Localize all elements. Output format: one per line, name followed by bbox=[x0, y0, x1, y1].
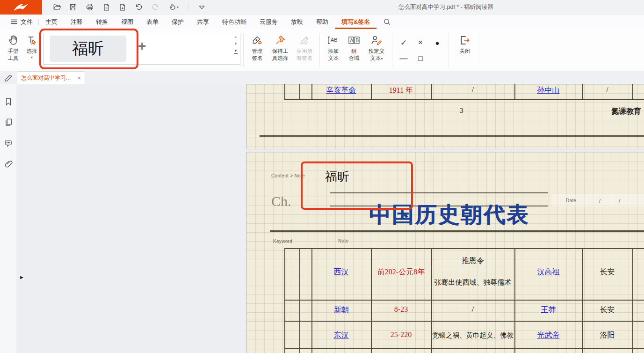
open-file-icon[interactable] bbox=[52, 3, 61, 12]
foxit-logo[interactable] bbox=[0, 0, 42, 15]
combine-field-button[interactable]: AB 组 合域 bbox=[344, 32, 364, 61]
ribbon-fill-sign: 手型 工具 选择 ▾ 福昕 + ▲ ▼ ▼ 管理 签名 保持工 具选择 应用所 … bbox=[0, 29, 644, 71]
dynasty-note: / bbox=[431, 305, 514, 314]
date-slash: / bbox=[599, 198, 601, 204]
sidebar-expand-handle[interactable]: ► bbox=[19, 275, 24, 280]
manage-signatures-button[interactable]: 管理 签名 bbox=[246, 32, 268, 61]
keep-tool-label-2: 具选择 bbox=[272, 55, 289, 62]
document-tab-close-icon[interactable]: × bbox=[78, 75, 81, 81]
table-border bbox=[632, 84, 633, 99]
keep-tool-selected-button[interactable]: 保持工 具选择 bbox=[268, 32, 292, 61]
line-stamp[interactable]: — bbox=[395, 51, 412, 66]
select-tool-button[interactable]: 选择 ▾ bbox=[22, 32, 41, 59]
add-text-button[interactable]: AB 添加 文本 bbox=[323, 32, 344, 61]
page1-year: 1911 年 bbox=[371, 86, 431, 96]
hand-tool-label-2: 工具 bbox=[8, 55, 19, 62]
placed-signature[interactable]: 福昕 bbox=[325, 169, 349, 185]
combine-field-label-2: 合域 bbox=[349, 55, 360, 62]
apply-signatures-label-1: 应用所 bbox=[297, 48, 313, 55]
page1-slash: / bbox=[431, 86, 514, 94]
predefined-text-label-1: 预定义 bbox=[369, 48, 385, 55]
search-icon bbox=[383, 18, 391, 26]
tab-home[interactable]: 主页 bbox=[39, 15, 64, 29]
ribbon-separator bbox=[319, 33, 320, 67]
gallery-scroll-up-icon[interactable]: ▲ bbox=[234, 35, 238, 39]
pages-panel-icon[interactable] bbox=[4, 118, 13, 126]
tab-help[interactable]: 帮助 bbox=[310, 15, 335, 29]
add-signature-button[interactable]: + bbox=[138, 39, 146, 53]
ribbon-separator bbox=[243, 33, 244, 67]
bookmarks-panel-icon[interactable] bbox=[4, 97, 13, 106]
hand-tool-button[interactable]: 手型 工具 bbox=[4, 32, 22, 61]
page-add-icon[interactable] bbox=[118, 3, 127, 12]
gallery-expand-icon[interactable]: ▼ bbox=[234, 49, 238, 54]
navigation-sidebar bbox=[0, 84, 16, 353]
tab-fill-sign[interactable]: 填写&签名 bbox=[335, 15, 376, 29]
tab-convert[interactable]: 转换 bbox=[89, 15, 115, 29]
apply-all-signatures-button[interactable]: 应用所 有签名 bbox=[292, 32, 317, 61]
predefined-text-icon bbox=[370, 34, 383, 46]
predefined-text-button[interactable]: 预定义 文本▾ bbox=[364, 32, 389, 61]
tab-cloud[interactable]: 云服务 bbox=[253, 15, 284, 29]
add-text-label-2: 文本 bbox=[328, 55, 339, 62]
checkmark-stamp[interactable]: ✓ bbox=[395, 35, 412, 51]
customize-toolbar-icon[interactable] bbox=[197, 3, 206, 12]
table-border bbox=[284, 99, 644, 100]
table-border bbox=[632, 248, 633, 353]
predefined-text-label-text: 文本 bbox=[370, 55, 381, 61]
page1-page-number: 3 bbox=[448, 107, 476, 115]
tab-view[interactable]: 视图 bbox=[115, 15, 140, 29]
touch-mode-icon[interactable]: ▾ bbox=[167, 3, 180, 12]
cross-stamp[interactable]: × bbox=[412, 35, 429, 51]
section-rule bbox=[270, 230, 644, 232]
apply-signatures-label-2: 有签名 bbox=[297, 55, 313, 62]
document-tab[interactable]: 怎么面对高中学习... × bbox=[17, 71, 85, 84]
page1-person-link[interactable]: 孙中山 bbox=[514, 86, 582, 96]
page1-event-link[interactable]: 辛亥革命 bbox=[311, 86, 371, 96]
dynasty-link[interactable]: 西汉 bbox=[311, 267, 371, 277]
close-fill-sign-button[interactable]: 关闭 bbox=[452, 32, 478, 55]
svg-text:AB: AB bbox=[331, 37, 338, 43]
ribbon-separator bbox=[392, 33, 392, 67]
search-button[interactable] bbox=[383, 15, 391, 29]
date-slash: / bbox=[619, 198, 620, 204]
date-label: Date bbox=[566, 198, 576, 203]
print-icon[interactable] bbox=[85, 3, 94, 12]
attachments-panel-icon[interactable] bbox=[4, 159, 13, 168]
square-stamp[interactable]: □ bbox=[412, 51, 429, 66]
tab-share[interactable]: 共享 bbox=[190, 15, 216, 29]
signature-item[interactable]: 福昕 bbox=[50, 36, 126, 62]
add-text-icon: AB bbox=[326, 34, 340, 46]
file-menu-label: 文件 bbox=[21, 18, 33, 26]
document-tab-title: 怎么面对高中学习... bbox=[21, 74, 71, 82]
pdf-page-1: 辛亥革命 1911 年 / 孙中山 / 3 氮课教育 bbox=[246, 84, 644, 149]
founder-link[interactable]: 汉高祖 bbox=[514, 267, 582, 277]
founder-link[interactable]: 光武帝 bbox=[514, 331, 582, 340]
comments-panel-icon[interactable] bbox=[4, 139, 13, 147]
page1-watermark: 氮课教育 bbox=[611, 107, 641, 117]
page-remove-icon[interactable] bbox=[101, 3, 110, 12]
gallery-scroll-down-icon[interactable]: ▼ bbox=[234, 42, 238, 46]
page-footer-line bbox=[260, 135, 644, 137]
save-icon[interactable] bbox=[69, 3, 78, 12]
table-border bbox=[284, 248, 285, 353]
redo-icon[interactable] bbox=[151, 3, 159, 12]
file-menu-button[interactable]: 文件 bbox=[6, 15, 38, 29]
undo-icon[interactable] bbox=[134, 3, 143, 12]
tab-form[interactable]: 表单 bbox=[140, 15, 165, 29]
writing-line bbox=[330, 192, 548, 193]
hamburger-icon bbox=[11, 19, 17, 24]
founder-link[interactable]: 王莽 bbox=[514, 305, 582, 315]
dot-stamp[interactable]: ● bbox=[429, 35, 446, 51]
table-border bbox=[299, 84, 300, 99]
tab-protect[interactable]: 保护 bbox=[165, 15, 190, 29]
tab-comment[interactable]: 注释 bbox=[64, 15, 89, 29]
tab-present[interactable]: 放映 bbox=[284, 15, 310, 29]
annotate-pencil-icon[interactable] bbox=[0, 71, 17, 84]
manage-signatures-icon bbox=[251, 34, 263, 46]
page1-slash: / bbox=[582, 86, 632, 94]
pushpin-icon bbox=[275, 34, 286, 46]
dynasty-link[interactable]: 东汉 bbox=[311, 331, 371, 340]
dynasty-link[interactable]: 新朝 bbox=[311, 305, 371, 315]
tab-features[interactable]: 特色功能 bbox=[216, 15, 253, 29]
